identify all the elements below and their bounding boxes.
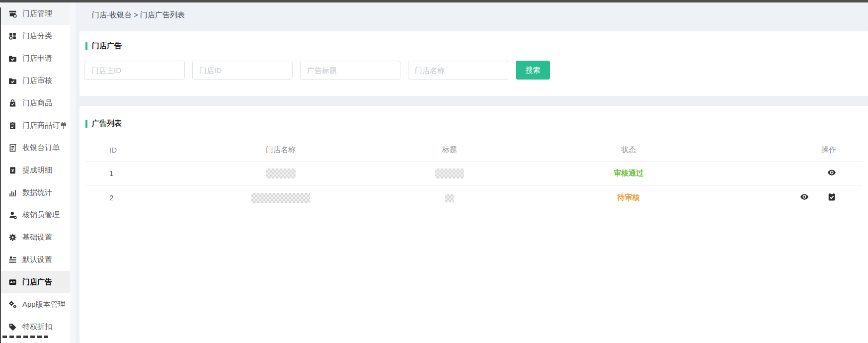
ad-list-title: 广告列表 xyxy=(85,119,122,128)
cell-store-name xyxy=(196,161,365,185)
redacted-store-name xyxy=(251,193,310,203)
ad-title-input[interactable] xyxy=(300,61,400,80)
window-top-bar xyxy=(0,0,868,2)
sidebar-item-store-category[interactable]: 门店分类 xyxy=(0,25,70,47)
search-panel-title: 门店广告 xyxy=(85,41,122,51)
sidebar-item-app-version-management[interactable]: App版本管理 xyxy=(0,293,70,316)
section-accent-bar xyxy=(85,42,87,50)
sidebar-item-clipped xyxy=(2,336,48,338)
main-content: 门店-收银台 > 门店广告列表 门店广告 搜索 广告列表 ID xyxy=(76,2,868,343)
sidebar-item-label: 基础设置 xyxy=(22,233,52,242)
table-header-row: ID 门店名称 标题 状态 操作 xyxy=(85,139,862,161)
ad-list-title-text: 广告列表 xyxy=(92,119,122,128)
sidebar-item-label: 门店商品 xyxy=(22,98,52,108)
gear-icon xyxy=(8,233,17,242)
view-icon[interactable] xyxy=(800,192,809,201)
sidebar-item-cashier-orders[interactable]: 收银台订单 xyxy=(0,137,70,159)
cell-status: 审核通过 xyxy=(534,161,723,185)
ad-badge-icon: AD xyxy=(8,278,17,286)
sidebar-item-label: 门店申请 xyxy=(22,54,52,63)
breadcrumb: 门店-收银台 > 门店广告列表 xyxy=(76,2,868,28)
window-left-edge xyxy=(0,7,1,343)
cell-ad-title xyxy=(365,161,534,185)
sidebar-item-label: 核销员管理 xyxy=(22,210,60,220)
table-row: 2 待审核 xyxy=(85,185,862,210)
ad-list-panel: 广告列表 ID 门店名称 标题 状态 操作 1 xyxy=(79,106,868,343)
status-badge: 待审核 xyxy=(618,193,640,201)
sidebar-item-label: 门店广告 xyxy=(22,277,52,287)
section-accent-bar xyxy=(85,120,87,128)
clipboard-icon xyxy=(8,121,17,130)
svg-text:AD: AD xyxy=(10,280,15,284)
sidebar-item-label: 收银台订单 xyxy=(22,143,60,153)
grid-icon xyxy=(8,32,17,40)
ad-table: ID 门店名称 标题 状态 操作 1 审核通过 xyxy=(85,139,862,210)
user-gear-icon xyxy=(8,211,17,219)
sidebar-item-default-settings[interactable]: 默认设置 xyxy=(0,249,70,271)
sidebar-item-commission-details[interactable]: ¥ 提成明细 xyxy=(0,159,70,181)
search-button[interactable]: 搜索 xyxy=(516,61,550,80)
store-name-input[interactable] xyxy=(408,61,508,80)
breadcrumb-text: 门店-收银台 > 门店广告列表 xyxy=(92,10,185,20)
shopping-bag-icon xyxy=(8,99,17,107)
store-id-input[interactable] xyxy=(192,61,293,80)
sidebar-item-label: 提成明细 xyxy=(22,166,52,175)
audit-check-icon[interactable] xyxy=(827,192,836,201)
header-store-name: 门店名称 xyxy=(196,139,365,161)
yen-book-icon: ¥ xyxy=(8,166,17,174)
bar-chart-icon xyxy=(8,188,17,197)
sidebar-item-data-statistics[interactable]: 数据统计 xyxy=(0,181,70,204)
cell-ad-title xyxy=(365,185,534,210)
sidebar-item-store-management[interactable]: 门店管理 xyxy=(0,2,70,25)
table-row: 1 审核通过 xyxy=(85,161,862,185)
cell-store-name xyxy=(196,185,365,210)
header-status: 状态 xyxy=(534,139,723,161)
preferences-icon xyxy=(8,256,17,264)
search-panel: 门店广告 搜索 xyxy=(79,31,868,96)
header-actions: 操作 xyxy=(723,139,862,161)
sidebar-item-label: 门店分类 xyxy=(22,31,52,41)
store-owner-id-input[interactable] xyxy=(84,61,185,80)
header-id: ID xyxy=(85,139,196,161)
sidebar-item-privilege-discount[interactable]: 特权折扣 xyxy=(0,316,70,338)
sidebar-item-label: 门店商品订单 xyxy=(22,121,67,130)
sidebar-item-label: App版本管理 xyxy=(22,300,66,309)
sidebar-item-label: 门店管理 xyxy=(22,9,52,18)
gears-icon xyxy=(8,300,17,309)
cell-id: 1 xyxy=(85,161,196,185)
receipt-icon xyxy=(8,144,17,152)
tag-icon xyxy=(8,323,17,331)
search-panel-title-text: 门店广告 xyxy=(92,41,122,51)
sidebar-item-label: 数据统计 xyxy=(22,188,52,197)
sidebar-item-label: 门店审核 xyxy=(22,76,52,86)
redacted-store-name xyxy=(266,169,296,178)
sidebar-item-store-ads[interactable]: AD 门店广告 xyxy=(0,271,70,293)
cell-id: 2 xyxy=(85,185,196,210)
cell-actions xyxy=(723,185,862,210)
redacted-ad-title xyxy=(435,169,464,178)
sidebar-item-label: 默认设置 xyxy=(22,255,52,264)
cell-actions xyxy=(723,161,862,185)
folder-check-icon xyxy=(8,77,17,85)
sidebar: 门店管理 门店分类 门店申请 门店审核 门店商品 xyxy=(0,2,76,343)
view-icon[interactable] xyxy=(827,168,836,177)
sidebar-item-store-goods-orders[interactable]: 门店商品订单 xyxy=(0,114,70,137)
status-badge: 审核通过 xyxy=(614,169,643,177)
cell-status: 待审核 xyxy=(534,185,723,210)
sidebar-item-store-review[interactable]: 门店审核 xyxy=(0,70,70,92)
svg-text:¥: ¥ xyxy=(11,168,14,173)
sidebar-item-label: 特权折扣 xyxy=(22,322,52,332)
search-filters: 搜索 xyxy=(84,61,550,80)
sidebar-item-store-application[interactable]: 门店申请 xyxy=(0,47,70,70)
redacted-ad-title xyxy=(445,194,454,202)
sidebar-item-verifier-management[interactable]: 核销员管理 xyxy=(0,204,70,226)
storefront-icon xyxy=(8,9,17,18)
sidebar-menu: 门店管理 门店分类 门店申请 门店审核 门店商品 xyxy=(0,2,76,338)
sidebar-item-basic-settings[interactable]: 基础设置 xyxy=(0,226,70,249)
header-title: 标题 xyxy=(365,139,534,161)
folder-check-icon xyxy=(8,54,17,63)
sidebar-item-store-goods[interactable]: 门店商品 xyxy=(0,92,70,114)
